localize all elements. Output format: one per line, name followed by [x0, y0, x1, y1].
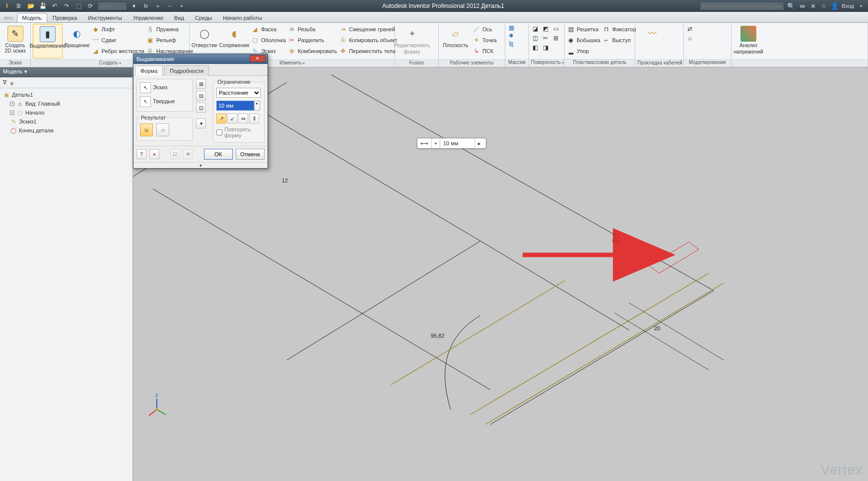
- shell-button[interactable]: ▢Оболочка: [251, 35, 286, 46]
- tree-root[interactable]: ▣Деталь1: [1, 90, 132, 99]
- direction-sym-button[interactable]: ⇔: [238, 114, 248, 123]
- search-icon[interactable]: 🔍: [787, 2, 795, 10]
- new-icon[interactable]: 🗎: [14, 1, 24, 11]
- qat-drop-icon[interactable]: ▾: [177, 1, 187, 11]
- point-button[interactable]: ✦Точка: [472, 35, 497, 46]
- combine-button[interactable]: ⊕Комбинировать: [288, 46, 337, 57]
- search-input[interactable]: [700, 1, 784, 10]
- plus-icon[interactable]: ＋: [153, 1, 163, 11]
- tab-environments[interactable]: Среды: [190, 13, 217, 22]
- ucs-button[interactable]: ↳ПСК: [472, 46, 497, 57]
- signin-link[interactable]: Вход: [842, 3, 854, 9]
- app-menu-icon[interactable]: I: [2, 1, 12, 11]
- favorite-icon[interactable]: ☆: [820, 2, 828, 10]
- check-button[interactable]: ☑: [170, 149, 180, 159]
- user-icon[interactable]: 👤: [831, 2, 839, 10]
- material-icon[interactable]: ▾: [129, 1, 139, 11]
- repeat-shape-check[interactable]: Повторять форму: [216, 126, 261, 138]
- help-drop-icon[interactable]: ▾: [857, 2, 865, 10]
- bool-newsolid-button[interactable]: ✦: [196, 119, 206, 128]
- surf-icon-6[interactable]: ⊞: [552, 34, 560, 42]
- mirror-icon[interactable]: ⧎: [507, 40, 515, 48]
- tree-origin[interactable]: +▢Начало: [1, 108, 132, 117]
- grille-button[interactable]: ▤Решетка: [567, 24, 601, 35]
- browser-title[interactable]: Модель ▾: [0, 67, 133, 77]
- bim-icon[interactable]: ⌂: [686, 34, 694, 42]
- select-icon[interactable]: ⬚: [73, 1, 83, 11]
- boss-button[interactable]: ◉Бобышка: [567, 35, 601, 46]
- tab-model[interactable]: Модель: [17, 13, 47, 22]
- stress-analysis-button[interactable]: Анализнапряжений: [734, 24, 763, 59]
- dialog-tab-more[interactable]: Подробности: [164, 65, 209, 76]
- surf-icon-3[interactable]: ▭: [552, 25, 560, 33]
- revolve-button[interactable]: ◐ Вращение: [65, 24, 90, 59]
- filter-icon[interactable]: ∇: [3, 79, 6, 86]
- direct-dimension-box[interactable]: ⟷ ▾ 10 мм ▸: [417, 138, 486, 149]
- thread-button[interactable]: ≋Резьба: [288, 24, 337, 35]
- surf-icon-5[interactable]: ✂: [541, 34, 549, 42]
- surf-icon-7[interactable]: ◧: [531, 44, 539, 52]
- tab-getstarted[interactable]: Начало работы: [217, 13, 267, 22]
- direction-2-button[interactable]: ↙: [227, 114, 237, 123]
- edit-form-button[interactable]: ✦Редактироватьформу: [397, 24, 427, 59]
- distance-spinner[interactable]: ▸: [254, 101, 260, 111]
- bool-join-button[interactable]: ⊞: [196, 79, 206, 89]
- minus-icon[interactable]: －: [165, 1, 175, 11]
- lip-button[interactable]: ⌐Выступ: [602, 35, 636, 46]
- expand-icon[interactable]: +: [10, 111, 14, 115]
- dim-drop-icon[interactable]: ▾: [432, 138, 440, 148]
- tab-tools[interactable]: Инструменты: [82, 13, 128, 22]
- ok-button[interactable]: OK: [204, 149, 233, 160]
- undo-icon[interactable]: ↶: [50, 1, 60, 11]
- add-button[interactable]: +: [149, 149, 159, 159]
- direction-asym-button[interactable]: ⇕: [249, 114, 259, 123]
- surf-icon-8[interactable]: ◨: [541, 44, 549, 52]
- fx-icon[interactable]: fx: [141, 1, 151, 11]
- tab-inspect[interactable]: Проверка: [47, 13, 82, 22]
- help-button[interactable]: ?: [136, 149, 146, 159]
- snap-fit-button[interactable]: ⊓Фиксатор: [602, 24, 636, 35]
- loft-button[interactable]: ◆Лофт: [92, 24, 144, 35]
- split-button[interactable]: ✂Разделить: [288, 35, 337, 46]
- distance-input[interactable]: [216, 101, 254, 111]
- circ-pattern-icon[interactable]: ✹: [507, 32, 515, 40]
- extrude-button[interactable]: ▮ Выдавливание: [33, 24, 63, 59]
- dialog-tab-shape[interactable]: Форма: [135, 65, 163, 76]
- dim-measure-icon[interactable]: ⟷: [417, 138, 432, 148]
- dialog-titlebar[interactable]: Выдавливание ✕: [134, 54, 267, 64]
- redo-icon[interactable]: ↷: [62, 1, 71, 11]
- communication-icon[interactable]: ⩸: [798, 2, 806, 10]
- surf-icon-2[interactable]: ◩: [541, 25, 549, 33]
- dialog-close-button[interactable]: ✕: [250, 55, 266, 62]
- cancel-button[interactable]: Отмена: [236, 149, 265, 160]
- create-2d-sketch-button[interactable]: ✎ Создать 2D эскиз: [2, 24, 28, 59]
- tree-sketch1[interactable]: ✎Эскиз1: [1, 117, 132, 126]
- color-override-input[interactable]: [97, 1, 127, 10]
- expand-icon[interactable]: +: [10, 102, 14, 106]
- move-face-button[interactable]: ⇥Смещение граней: [339, 24, 397, 35]
- emboss-button[interactable]: ▣Рельеф: [146, 35, 194, 46]
- dim-value[interactable]: 10 мм: [440, 138, 475, 148]
- tab-view[interactable]: Вид: [169, 13, 190, 22]
- open-icon[interactable]: 📂: [26, 1, 36, 11]
- extents-select[interactable]: Расстояние: [216, 88, 261, 98]
- surf-icon-4[interactable]: ◫: [531, 34, 539, 42]
- move-bodies-button[interactable]: ✥Переместить тела: [339, 46, 397, 57]
- coil-button[interactable]: §Пружина: [146, 24, 194, 35]
- convert-icon[interactable]: ⇄: [686, 25, 694, 33]
- update-icon[interactable]: ⟳: [85, 1, 95, 11]
- bool-cut-button[interactable]: ⊟: [196, 91, 206, 101]
- sweep-button[interactable]: 〰Сдвиг: [92, 35, 144, 46]
- dim-play-icon[interactable]: ▸: [475, 138, 486, 148]
- direction-1-button[interactable]: ↗: [216, 114, 226, 123]
- output-solid-button[interactable]: ▣: [140, 123, 153, 136]
- rest-button[interactable]: ▂Упор: [567, 46, 601, 57]
- tree-end-of-part[interactable]: ◯Конец детали: [1, 126, 132, 135]
- surf-icon-1[interactable]: ◪: [531, 25, 539, 33]
- preview-button[interactable]: 👁: [183, 149, 193, 159]
- copy-object-button[interactable]: ⎘Копировать объект: [339, 35, 397, 46]
- select-profile-button[interactable]: ↖: [140, 82, 151, 93]
- dialog-expand-arrow[interactable]: ▾: [134, 162, 267, 168]
- tab-manage[interactable]: Управление: [128, 13, 169, 22]
- chamfer-button[interactable]: ◢Фаска: [251, 24, 286, 35]
